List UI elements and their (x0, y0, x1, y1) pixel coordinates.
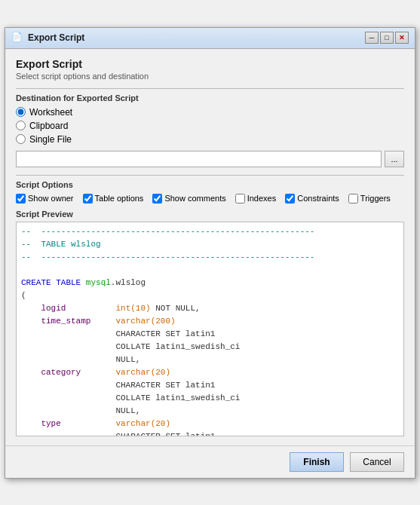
title-bar: 📄 Export Script ─ □ ✕ (5, 28, 415, 49)
checkbox-triggers-label: Triggers (360, 194, 391, 203)
options-divider (16, 175, 404, 176)
close-button[interactable]: ✕ (395, 32, 409, 44)
maximize-button[interactable]: □ (380, 32, 394, 44)
title-bar-buttons: ─ □ ✕ (365, 32, 409, 44)
checkbox-triggers-input[interactable] (348, 194, 358, 204)
title-bar-left: 📄 Export Script (11, 32, 84, 44)
radio-singlefile-input[interactable] (16, 134, 26, 144)
checkbox-showcomments-input[interactable] (152, 194, 162, 204)
dialog-subtitle: Select script options and destination (16, 72, 404, 81)
checkbox-indexes-label: Indexes (247, 194, 277, 203)
file-path-input[interactable] (16, 151, 382, 167)
cancel-button[interactable]: Cancel (350, 452, 404, 472)
checkbox-tableoptions-label: Table options (95, 194, 144, 203)
destination-label: Destination for Exported Script (16, 93, 404, 103)
script-preview-area[interactable]: -- -------------------------------------… (16, 222, 404, 436)
radio-singlefile[interactable]: Single File (16, 134, 404, 145)
dialog-title: Export Script (16, 58, 404, 70)
checkbox-indexes-input[interactable] (235, 194, 245, 204)
checkbox-showcomments-label: Show comments (164, 194, 225, 203)
code-block: -- -------------------------------------… (21, 225, 399, 436)
checkbox-constraints-input[interactable] (285, 194, 295, 204)
radio-clipboard-label: Clipboard (29, 121, 68, 131)
preview-section: Script Preview -- ----------------------… (16, 210, 404, 436)
minimize-button[interactable]: ─ (365, 32, 379, 44)
checkbox-tableoptions[interactable]: Table options (83, 194, 144, 204)
radio-singlefile-label: Single File (29, 134, 72, 145)
checkbox-constraints-label: Constraints (297, 194, 339, 203)
file-path-row: ... (16, 151, 404, 167)
radio-worksheet-input[interactable] (16, 107, 26, 117)
header-divider (16, 88, 404, 89)
checkbox-showowner-input[interactable] (16, 194, 26, 204)
dialog-content: Export Script Select script options and … (5, 49, 415, 445)
browse-button[interactable]: ... (385, 151, 404, 167)
finish-button[interactable]: Finish (290, 452, 344, 472)
radio-clipboard[interactable]: Clipboard (16, 121, 404, 131)
script-options-label: Script Options (16, 180, 404, 189)
export-script-dialog: 📄 Export Script ─ □ ✕ Export Script Sele… (5, 27, 415, 479)
destination-radio-group: Worksheet Clipboard Single File (16, 107, 404, 145)
preview-label: Script Preview (16, 210, 404, 219)
radio-worksheet-label: Worksheet (29, 107, 72, 118)
radio-clipboard-input[interactable] (16, 121, 26, 130)
checkbox-showcomments[interactable]: Show comments (152, 194, 225, 204)
dialog-icon: 📄 (11, 32, 23, 44)
title-bar-text: Export Script (28, 32, 84, 43)
checkbox-tableoptions-input[interactable] (83, 194, 93, 204)
checkbox-triggers[interactable]: Triggers (348, 194, 391, 204)
checkbox-indexes[interactable]: Indexes (235, 194, 277, 204)
checkbox-showowner-label: Show owner (28, 194, 74, 203)
checkbox-constraints[interactable]: Constraints (285, 194, 339, 204)
dialog-footer: Finish Cancel (5, 445, 415, 478)
script-options-section: Script Options Show owner Table options … (16, 180, 404, 204)
checkbox-showowner[interactable]: Show owner (16, 194, 74, 204)
radio-worksheet[interactable]: Worksheet (16, 107, 404, 118)
checkbox-row: Show owner Table options Show comments I… (16, 194, 404, 204)
